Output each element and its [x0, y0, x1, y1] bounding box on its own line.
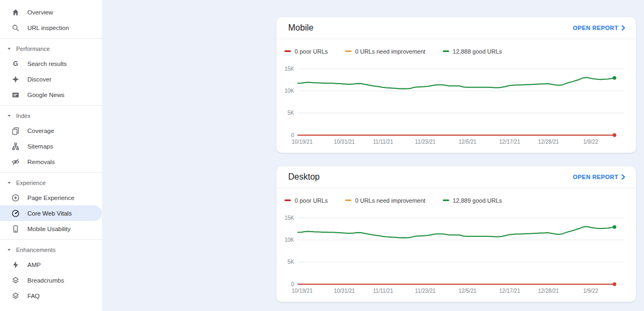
x-axis-label: 1/9/22: [583, 288, 598, 294]
breadcrumbs-icon: [11, 276, 20, 285]
y-axis-label: 5K: [288, 110, 295, 116]
line-chart: 05K10K15K10/19/2110/31/2111/11/2111/23/2…: [276, 208, 636, 298]
x-axis-label: 12/28/21: [538, 139, 559, 145]
sidebar-section-experience[interactable]: Experience: [0, 176, 102, 190]
legend-dash-icon: [443, 199, 449, 201]
sidebar-section-label: Experience: [16, 180, 46, 186]
sidebar-item-search-results[interactable]: GSearch results: [0, 56, 102, 71]
sidebar-item-amp[interactable]: AMP: [0, 257, 102, 272]
sidebar-item-faq[interactable]: FAQ: [0, 288, 102, 303]
open-report-label: OPEN REPORT: [573, 174, 618, 180]
sidebar-section-label: Performance: [16, 46, 50, 52]
sidebar-item-label: Sitemaps: [27, 143, 53, 150]
sidebar-item-discover[interactable]: Discover: [0, 71, 102, 87]
chevron-right-icon: [621, 25, 625, 31]
poor-urls-line-endpoint: [613, 283, 617, 286]
amp-icon: [11, 261, 20, 269]
x-axis-label: 11/11/21: [373, 139, 393, 145]
sidebar-item-removals[interactable]: Removals: [0, 154, 102, 169]
y-axis-label: 10K: [284, 237, 294, 243]
x-axis-label: 10/19/21: [292, 139, 313, 145]
mobile-card: MobileOPEN REPORT0 poor URLs0 URLs need …: [276, 17, 636, 153]
sidebar-section-label: Enhancements: [16, 247, 55, 253]
legend-item: 0 poor URLs: [284, 197, 328, 204]
y-axis-label: 0: [291, 282, 294, 287]
legend-dash-icon: [284, 199, 291, 201]
open-report-link[interactable]: OPEN REPORT: [573, 174, 625, 180]
poor-urls-line-endpoint: [613, 134, 617, 137]
legend-item: 0 URLs need improvement: [345, 48, 426, 55]
card-header: MobileOPEN REPORT: [276, 17, 636, 39]
y-axis-label: 15K: [284, 215, 294, 221]
sidebar-item-core-web-vitals[interactable]: Core Web Vitals: [0, 205, 102, 221]
card-title: Mobile: [288, 23, 313, 33]
sidebar-section-label: Index: [16, 113, 31, 119]
y-axis-label: 10K: [284, 88, 294, 94]
sidebar-item-page-experience[interactable]: Page Experience: [0, 190, 102, 205]
sidebar-item-label: Coverage: [27, 128, 54, 134]
sidebar-item-mobile-usability[interactable]: Mobile Usability: [0, 221, 102, 236]
sidebar-item-label: AMP: [27, 262, 41, 268]
caret-down-icon: [6, 46, 12, 51]
y-axis-label: 15K: [284, 66, 294, 72]
card-header: DesktopOPEN REPORT: [276, 166, 636, 188]
legend-label: 12,888 good URLs: [453, 48, 502, 55]
legend-item: 12,888 good URLs: [443, 48, 502, 55]
good-urls-line-endpoint: [613, 76, 617, 80]
legend-label: 0 poor URLs: [295, 197, 328, 204]
sidebar-section-performance[interactable]: Performance: [0, 42, 102, 56]
discover-icon: [11, 75, 20, 84]
sidebar-section-index[interactable]: Index: [0, 109, 102, 123]
line-chart: 05K10K15K10/19/2110/31/2111/11/2111/23/2…: [276, 59, 636, 149]
sidebar-item-label: URL inspection: [27, 25, 69, 31]
legend-dash-icon: [443, 50, 449, 52]
caret-down-icon: [6, 247, 12, 253]
sidebar-item-overview[interactable]: Overview: [0, 4, 102, 20]
legend-label: 0 poor URLs: [295, 48, 328, 55]
core-web-vitals-icon: [11, 209, 20, 218]
google-news-icon: [11, 91, 20, 99]
caret-down-icon: [6, 180, 12, 186]
legend-label: 0 URLs need improvement: [355, 48, 426, 55]
good-urls-line: [298, 78, 614, 89]
sidebar-divider: [0, 38, 102, 39]
legend-dash-icon: [284, 50, 291, 52]
sidebar-item-label: Mobile Usability: [27, 226, 71, 232]
sidebar-item-label: Page Experience: [27, 195, 75, 201]
search-icon: [11, 24, 20, 32]
sidebar-item-breadcrumbs[interactable]: Breadcrumbs: [0, 272, 102, 288]
open-report-link[interactable]: OPEN REPORT: [573, 25, 625, 31]
caret-down-icon: [6, 113, 12, 119]
coverage-icon: [11, 127, 20, 135]
card-title: Desktop: [288, 172, 320, 182]
sidebar-section-enhancements[interactable]: Enhancements: [0, 243, 102, 257]
legend-label: 12,889 good URLs: [453, 197, 502, 204]
x-axis-label: 10/31/21: [334, 288, 355, 294]
sidebar-item-google-news[interactable]: Google News: [0, 87, 102, 102]
sitemaps-icon: [11, 142, 20, 151]
chevron-right-icon: [621, 174, 625, 180]
chart-legend: 0 poor URLs0 URLs need improvement12,889…: [284, 197, 636, 204]
legend-dash-icon: [345, 199, 352, 201]
sidebar-item-url-inspection[interactable]: URL inspection: [0, 20, 102, 35]
x-axis-label: 12/5/21: [458, 139, 477, 145]
svg-text:G: G: [13, 60, 18, 68]
y-axis-label: 5K: [288, 259, 295, 265]
sidebar: OverviewURL inspectionPerformanceGSearch…: [0, 0, 102, 311]
sidebar-item-label: Removals: [27, 159, 55, 165]
mobile-usability-icon: [11, 225, 20, 233]
faq-icon: [11, 292, 20, 300]
legend-item: 0 URLs need improvement: [345, 197, 426, 204]
x-axis-label: 12/17/21: [499, 139, 520, 145]
sidebar-item-coverage[interactable]: Coverage: [0, 123, 102, 138]
legend-dash-icon: [345, 50, 352, 52]
sidebar-item-sitemaps[interactable]: Sitemaps: [0, 138, 102, 154]
sidebar-item-label: Core Web Vitals: [27, 210, 72, 217]
sidebar-item-label: FAQ: [27, 293, 40, 299]
legend-item: 0 poor URLs: [284, 48, 328, 55]
x-axis-label: 10/31/21: [334, 139, 355, 145]
sidebar-divider: [0, 172, 102, 173]
sidebar-item-label: Search results: [27, 61, 67, 67]
x-axis-label: 11/23/21: [415, 288, 436, 294]
sidebar-item-label: Discover: [27, 76, 52, 83]
